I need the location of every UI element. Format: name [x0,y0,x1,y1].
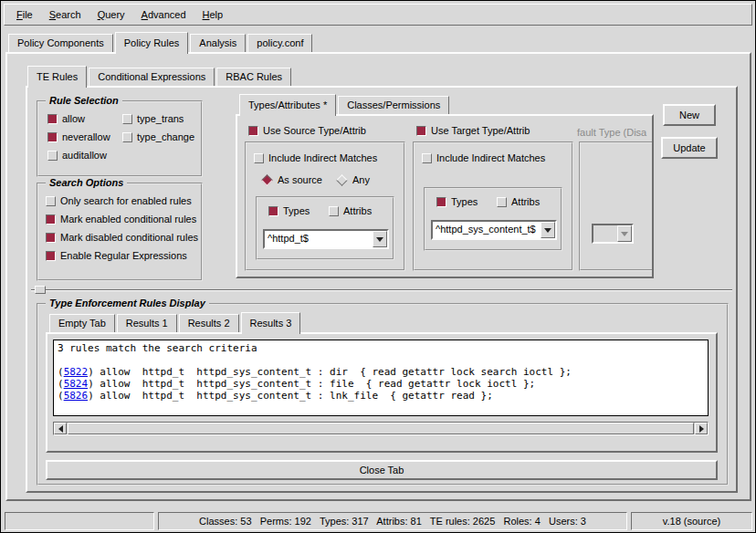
checkbox-allow[interactable]: allow [47,113,85,124]
te-rules-display-title: Type Enforcement Rules Display [46,298,209,308]
enabled-rules-indicator [46,196,56,206]
policy-rules-panel: TE Rules Conditional Expressions RBAC Ru… [5,52,751,501]
scroll-left-button[interactable] [54,423,67,434]
checkbox-regex[interactable]: Enable Regular Expressions [46,250,187,261]
tab-policy-rules[interactable]: Policy Rules [115,32,189,54]
target-types-indicator [436,197,446,207]
app-window: File Search Query Advanced Help Policy C… [0,0,756,533]
any-label: Any [352,174,370,185]
mark-disabled-indicator [46,233,56,243]
rule-id-link[interactable]: 5826 [64,390,89,402]
default-type-group [579,141,654,271]
checkbox-mark-disabled[interactable]: Mark disabled conditional rules [46,232,198,243]
checkbox-type-change[interactable]: type_change [122,131,194,142]
target-group: Include Indirect Matches Types Attribs ^… [413,141,573,271]
results-panel: 3 rules match the search criteria (5822)… [46,332,718,453]
checkbox-source-types[interactable]: Types [268,205,310,216]
type-change-indicator [122,132,132,142]
tab-te-rules[interactable]: TE Rules [27,66,87,88]
as-source-label: As source [278,174,322,185]
type-change-label: type_change [137,131,194,142]
use-source-indicator [248,126,258,136]
source-combo-dropdown-button[interactable] [373,231,387,247]
main-tab-bar: Policy Components Policy Rules Analysis … [8,30,314,54]
rule-line: (5822) allow httpd_t httpd_sys_content_t… [58,366,704,378]
use-source-label: Use Source Type/Attrib [263,125,366,136]
mark-enabled-indicator [46,214,56,225]
use-target-label: Use Target Type/Attrib [431,125,530,136]
checkbox-target-attribs[interactable]: Attribs [497,196,540,207]
menu-bar: File Search Query Advanced Help [4,4,752,26]
tab-policy-components[interactable]: Policy Components [8,34,113,52]
checkbox-neverallow[interactable]: neverallow [47,131,110,142]
menu-advanced[interactable]: Advanced [133,5,194,24]
radio-as-source[interactable]: As source [261,174,322,185]
checkbox-target-indirect[interactable]: Include Indirect Matches [422,152,545,163]
ta-tab-bar: Types/Attributes * Classes/Permissions [239,92,451,116]
target-combo-dropdown-button[interactable] [541,222,555,238]
enabled-rules-label: Only search for enabled rules [60,195,192,206]
source-types-attribs-group: Types Attribs ^httpd_t$ [256,196,394,260]
rules-tab-bar: TE Rules Conditional Expressions RBAC Ru… [27,64,293,88]
tab-results-2[interactable]: Results 2 [179,314,239,332]
target-types-label: Types [451,196,478,207]
checkbox-source-indirect[interactable]: Include Indirect Matches [254,152,377,163]
default-combo-dropdown-button [617,225,632,242]
target-attribs-label: Attribs [511,196,540,207]
checkbox-enabled-rules-only[interactable]: Only search for enabled rules [46,195,192,206]
checkbox-use-source[interactable]: Use Source Type/Attrib [248,125,366,136]
menu-query[interactable]: Query [89,5,133,24]
tab-analysis[interactable]: Analysis [190,34,246,52]
any-indicator [336,174,348,186]
source-attribs-indicator [329,206,339,216]
source-type-combobox[interactable]: ^httpd_t$ [263,229,389,249]
update-button[interactable]: Update [661,137,718,159]
checkbox-type-trans[interactable]: type_trans [122,113,184,124]
tab-results-3[interactable]: Results 3 [241,312,301,334]
chevron-down-icon [544,228,551,233]
close-tab-button[interactable]: Close Tab [46,460,718,480]
blank-line [58,354,704,366]
auditallow-label: auditallow [62,150,107,161]
pane-sash-grip[interactable] [35,286,46,294]
target-type-combobox[interactable]: ^httpd_sys_content_t$ [431,220,557,240]
checkbox-auditallow[interactable]: auditallow [47,150,107,161]
tab-empty[interactable]: Empty Tab [49,314,115,332]
tab-rbac-rules[interactable]: RBAC Rules [216,68,291,86]
allow-label: allow [62,113,85,124]
search-options-group: Search Options Only search for enabled r… [37,183,203,281]
checkbox-use-target[interactable]: Use Target Type/Attrib [416,125,530,136]
scrollbar-thumb[interactable] [68,423,694,434]
horizontal-scrollbar[interactable] [53,422,709,435]
scroll-right-button[interactable] [695,423,708,434]
radio-any[interactable]: Any [336,174,370,185]
rule-id-link[interactable]: 5824 [64,378,89,390]
regex-label: Enable Regular Expressions [60,250,187,261]
checkbox-mark-enabled[interactable]: Mark enabled conditional rules [46,214,196,225]
menu-file[interactable]: File [8,5,41,24]
te-rules-display-group: Type Enforcement Rules Display Empty Tab… [37,303,729,486]
chevron-down-icon [376,237,383,242]
menu-search[interactable]: Search [41,5,89,24]
regex-indicator [46,251,56,261]
source-types-indicator [268,206,278,216]
new-button[interactable]: New [663,104,716,126]
status-segment-empty [5,512,154,530]
scroll-left-icon [58,425,63,433]
tab-classes-permissions[interactable]: Classes/Permissions [338,96,449,114]
menu-help[interactable]: Help [194,5,232,24]
results-text-area[interactable]: 3 rules match the search criteria (5822)… [53,340,709,416]
tab-types-attributes[interactable]: Types/Attributes * [239,94,336,116]
default-type-combobox-disabled [592,224,634,244]
tab-results-1[interactable]: Results 1 [117,314,177,332]
target-attribs-indicator [497,197,507,207]
checkbox-target-types[interactable]: Types [436,196,478,207]
tab-conditional-expressions[interactable]: Conditional Expressions [89,68,215,86]
neverallow-label: neverallow [62,131,110,142]
type-trans-label: type_trans [137,113,184,124]
rule-id-link[interactable]: 5822 [64,366,89,378]
source-attribs-label: Attribs [343,205,372,216]
rule-text: allow httpd_t httpd_sys_content_t : file… [94,378,535,390]
tab-policy-conf[interactable]: policy.conf [247,34,312,52]
checkbox-source-attribs[interactable]: Attribs [329,205,372,216]
